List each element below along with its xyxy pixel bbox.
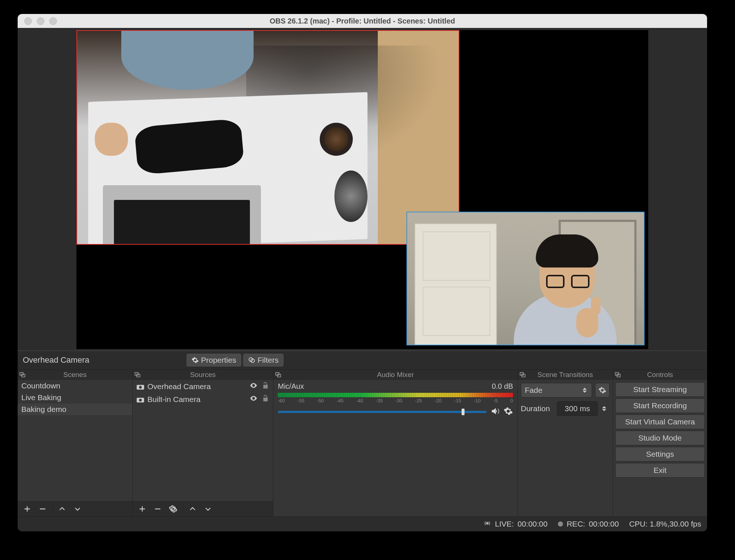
meter-tick: -55 <box>297 398 304 403</box>
docks-row: Scenes CountdownLive BakingBaking demo S… <box>18 369 707 516</box>
meter-tick: 0 <box>510 398 513 403</box>
duration-spinner-icon[interactable] <box>601 405 607 412</box>
meter-tick: -20 <box>435 398 442 403</box>
start-streaming-button[interactable]: Start Streaming <box>615 382 705 397</box>
mixer-channel-level: 0.0 dB <box>492 382 513 391</box>
move-source-down-button[interactable] <box>201 503 215 515</box>
studio-mode-button[interactable]: Studio Mode <box>615 431 705 445</box>
statusbar: LIVE: 00:00:00 REC: 00:00:00 CPU: 1.8%,3… <box>18 516 707 531</box>
transitions-body: Fade Duration 300 ms <box>518 380 613 419</box>
filters-button[interactable]: Filters <box>243 353 284 367</box>
channel-settings-icon[interactable] <box>503 406 513 417</box>
dock-icon[interactable] <box>275 371 282 378</box>
speaker-icon[interactable] <box>490 406 500 417</box>
remove-scene-button[interactable] <box>35 503 50 515</box>
record-dot-icon <box>558 521 563 527</box>
filters-icon <box>248 356 255 364</box>
add-source-button[interactable] <box>135 503 150 515</box>
scene-item-label: Countdown <box>21 381 60 390</box>
audio-mixer-panel: Audio Mixer Mic/Aux 0.0 dB -60-55-50-45-… <box>273 370 518 516</box>
source-item[interactable]: Built-in Camera <box>133 393 273 406</box>
move-source-up-button[interactable] <box>185 503 200 515</box>
move-scene-down-button[interactable] <box>70 503 85 515</box>
source-item-label: Built-in Camera <box>147 395 201 404</box>
program-preview[interactable] <box>76 30 648 349</box>
mixer-body: Mic/Aux 0.0 dB -60-55-50-45-40-35-30-25-… <box>273 380 517 516</box>
add-scene-button[interactable] <box>20 503 35 515</box>
mixer-channel: Mic/Aux 0.0 dB -60-55-50-45-40-35-30-25-… <box>273 380 517 417</box>
svg-point-16 <box>486 522 488 524</box>
volume-slider[interactable] <box>278 411 487 413</box>
camera-icon <box>136 396 144 403</box>
start-virtual-camera-button[interactable]: Start Virtual Camera <box>615 414 705 429</box>
select-spinner-icon <box>581 387 588 394</box>
scenes-list[interactable]: CountdownLive BakingBaking demo <box>18 380 132 501</box>
scenes-toolbar <box>18 501 132 516</box>
source-item-label: Overhead Camera <box>147 382 211 391</box>
controls-body: Start StreamingStart RecordingStart Virt… <box>613 380 707 480</box>
window-title: OBS 26.1.2 (mac) - Profile: Untitled - S… <box>18 17 707 25</box>
svg-point-7 <box>139 386 141 388</box>
meter-tick: -45 <box>337 398 344 403</box>
status-rec: REC: 00:00:00 <box>558 520 619 528</box>
meter-tick: -25 <box>415 398 422 403</box>
duration-input[interactable]: 300 ms <box>557 401 598 416</box>
controls-panel: Controls Start StreamingStart RecordingS… <box>613 370 707 516</box>
remove-source-button[interactable] <box>150 503 165 515</box>
lock-toggle-icon[interactable] <box>261 381 269 391</box>
scene-item[interactable]: Live Baking <box>18 392 132 403</box>
scenes-panel: Scenes CountdownLive BakingBaking demo <box>18 370 133 516</box>
start-recording-button[interactable]: Start Recording <box>615 398 705 413</box>
window-controls <box>18 17 57 25</box>
source-context-toolbar: Overhead Camera Properties Filters <box>18 351 707 369</box>
exit-button[interactable]: Exit <box>615 463 705 478</box>
meter-tick: -50 <box>317 398 324 403</box>
scene-item[interactable]: Baking demo <box>18 403 132 415</box>
status-live: LIVE: 00:00:00 <box>483 519 548 529</box>
broadcast-icon <box>483 519 491 529</box>
dock-icon[interactable] <box>614 371 621 378</box>
scene-item-label: Baking demo <box>21 405 67 414</box>
titlebar: OBS 26.1.2 (mac) - Profile: Untitled - S… <box>18 14 707 28</box>
status-cpu: CPU: 1.8%,30.00 fps <box>629 520 701 528</box>
sources-header: Sources <box>133 370 273 380</box>
visibility-toggle-icon[interactable] <box>250 394 258 404</box>
selected-source-label: Overhead Camera <box>21 355 183 365</box>
transition-select[interactable]: Fade <box>521 383 592 398</box>
lock-toggle-icon[interactable] <box>261 394 269 404</box>
meter-tick: -5 <box>494 398 498 403</box>
scene-item[interactable]: Countdown <box>18 380 132 392</box>
zoom-window-icon[interactable] <box>49 17 57 25</box>
source-properties-button[interactable] <box>166 503 180 515</box>
camera-icon <box>136 383 144 390</box>
mixer-channel-name: Mic/Aux <box>278 382 304 391</box>
dock-icon[interactable] <box>519 371 526 378</box>
preview-area <box>18 28 707 351</box>
transition-settings-button[interactable] <box>595 383 610 398</box>
close-window-icon[interactable] <box>24 17 32 25</box>
transitions-panel: Scene Transitions Fade Duration 300 ms <box>518 370 613 516</box>
sources-panel: Sources Overhead CameraBuilt-in Camera <box>133 370 273 516</box>
scene-item-label: Live Baking <box>21 393 61 402</box>
dock-icon[interactable] <box>134 371 141 378</box>
dock-icon[interactable] <box>19 371 26 378</box>
duration-label: Duration <box>521 404 554 413</box>
move-scene-up-button[interactable] <box>55 503 69 515</box>
mixer-header: Audio Mixer <box>273 370 517 380</box>
audio-meter <box>278 393 513 397</box>
settings-button[interactable]: Settings <box>615 447 705 462</box>
meter-tick: -40 <box>356 398 363 403</box>
source-overhead-camera[interactable] <box>76 30 459 245</box>
transitions-header: Scene Transitions <box>518 370 613 380</box>
meter-tick: -35 <box>376 398 383 403</box>
properties-button[interactable]: Properties <box>186 353 242 367</box>
visibility-toggle-icon[interactable] <box>250 381 258 391</box>
scenes-header: Scenes <box>18 370 132 380</box>
sources-toolbar <box>133 501 273 516</box>
sources-list[interactable]: Overhead CameraBuilt-in Camera <box>133 380 273 501</box>
minimize-window-icon[interactable] <box>37 17 44 25</box>
meter-tick: -15 <box>454 398 461 403</box>
app-window: OBS 26.1.2 (mac) - Profile: Untitled - S… <box>18 14 707 531</box>
source-item[interactable]: Overhead Camera <box>133 380 273 393</box>
source-builtin-camera[interactable] <box>406 212 645 345</box>
